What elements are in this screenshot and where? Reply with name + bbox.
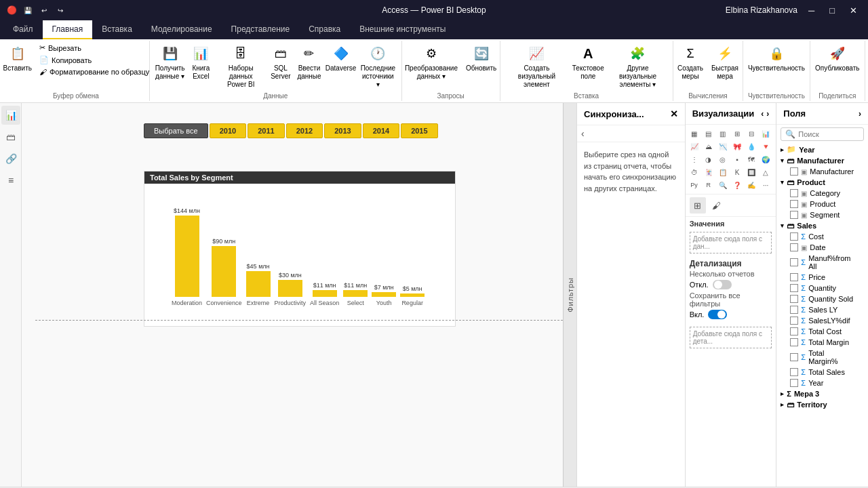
fields-item-sales-ly[interactable]: Σ Sales LY [776, 304, 868, 315]
refresh-button[interactable]: 🔄 Обновить [462, 42, 500, 75]
viz-shape[interactable]: △ [760, 166, 772, 178]
viz-scatter[interactable]: ⋮ [688, 153, 701, 165]
maximize-button[interactable]: □ [825, 4, 839, 17]
tab-view[interactable]: Представление [222, 20, 300, 39]
viz-table[interactable]: ⊞ [731, 127, 743, 140]
viz-kpi[interactable]: K [731, 166, 743, 178]
fields-item-quantity[interactable]: Σ Quantity [776, 283, 868, 293]
dax-icon[interactable]: ≡ [1, 171, 20, 190]
viz-pie[interactable]: ◑ [703, 153, 715, 165]
viz-r[interactable]: R [703, 179, 715, 191]
field-checkbox[interactable] [790, 211, 798, 219]
year-2012-button[interactable]: 2012 [286, 123, 323, 138]
excel-button[interactable]: 📊 КнигаExcel [187, 42, 214, 83]
paste-button[interactable]: 📋 Вставить [0, 42, 35, 75]
sync-panel-back-icon[interactable]: ‹ [581, 128, 585, 139]
fields-item-total-cost[interactable]: Σ Total Cost [776, 326, 868, 337]
fields-group-product[interactable]: ▾ 🗃 Product [776, 177, 868, 188]
field-checkbox[interactable] [790, 232, 798, 241]
viz-multirow-card[interactable]: 📋 [717, 166, 729, 178]
other-visuals-button[interactable]: 🧩 Другие визуальныеэлементы ▾ [607, 42, 668, 91]
fields-item-cost[interactable]: Σ Cost [776, 231, 868, 242]
field-checkbox[interactable] [790, 353, 798, 361]
fields-item-total-margin[interactable]: Σ Total Margin [776, 337, 868, 348]
viz-funnel[interactable]: 🔻 [760, 140, 772, 152]
field-checkbox[interactable] [790, 258, 798, 266]
bar[interactable] [175, 216, 199, 297]
quick-measure-button[interactable]: ⚡ Быстраямера [708, 42, 742, 83]
publish-button[interactable]: 🚀 Опубликовать [812, 42, 863, 75]
field-checkbox[interactable] [790, 284, 798, 292]
viz-panel-forward-icon[interactable]: › [766, 109, 769, 119]
get-data-button[interactable]: 💾 Получитьданные ▾ [154, 42, 186, 83]
transform-button[interactable]: ⚙ Преобразованиеданных ▾ [401, 42, 461, 83]
field-checkbox[interactable] [790, 167, 798, 176]
format-painter-button[interactable]: 🖌 Форматирование по образцу [37, 66, 152, 77]
fields-group-territory[interactable]: ▸ 🗃 Territory [776, 399, 868, 410]
create-measure-button[interactable]: Σ Создатьмеры [674, 42, 707, 83]
recent-sources-button[interactable]: 🕐 Последниеисточники ▾ [359, 42, 397, 91]
create-visual-button[interactable]: 📈 Создать визуальныйэлемент [505, 42, 570, 91]
year-2013-button[interactable]: 2013 [324, 123, 361, 138]
bar[interactable] [372, 292, 396, 297]
sync-panel-close-icon[interactable]: ✕ [670, 108, 678, 119]
fields-item-year[interactable]: Σ Year [776, 378, 868, 388]
sensitivity-button[interactable]: 🔒 Чувствительность [745, 42, 808, 75]
report-view-icon[interactable]: 📊 [1, 106, 20, 125]
bar[interactable] [278, 280, 302, 297]
viz-smart-narrative[interactable]: ✍ [745, 179, 757, 191]
year-2015-button[interactable]: 2015 [401, 123, 437, 138]
viz-clustered-bar[interactable]: ▤ [703, 127, 715, 140]
viz-filled-map[interactable]: 🌍 [760, 153, 772, 165]
redo-icon[interactable]: ↪ [55, 5, 66, 16]
viz-ribbon[interactable]: 🎀 [731, 140, 743, 152]
field-checkbox[interactable] [790, 243, 798, 251]
viz-100pct-bar[interactable]: ▥ [717, 127, 729, 140]
build-visual-tab[interactable]: ⊞ [690, 197, 706, 214]
search-input[interactable] [798, 130, 859, 138]
field-checkbox[interactable] [790, 189, 798, 197]
fields-item-manuf-from-all[interactable]: Σ Manuf%from All [776, 253, 868, 272]
viz-gauge[interactable]: ⏱ [688, 166, 701, 178]
fields-item-segment[interactable]: ▣ Segment [776, 209, 868, 220]
viz-donut[interactable]: ◎ [717, 153, 729, 165]
tab-insert[interactable]: Вставка [92, 20, 142, 39]
year-2010-button[interactable]: 2010 [210, 123, 246, 138]
fields-group-sales[interactable]: ▾ 🗃 Sales [776, 220, 868, 231]
viz-line[interactable]: 📈 [688, 140, 701, 152]
copy-button[interactable]: 📄 Копировать [37, 54, 152, 66]
field-checkbox[interactable] [790, 295, 798, 303]
fields-item-salesly-dif[interactable]: Σ SalesLY%dif [776, 315, 868, 326]
filter-strip[interactable]: Фильтры [563, 103, 576, 487]
viz-ai-qna[interactable]: ❓ [731, 179, 743, 191]
viz-waterfall[interactable]: 💧 [745, 140, 757, 152]
fields-item-quantity-sold[interactable]: Σ Quantity Sold [776, 293, 868, 304]
viz-stacked-bar[interactable]: ▦ [688, 127, 701, 140]
fields-panel-expand-icon[interactable]: › [859, 109, 861, 119]
viz-python[interactable]: Py [688, 179, 701, 191]
viz-more[interactable]: ··· [760, 179, 772, 191]
fields-group-мера-3[interactable]: ▸ Σ Мера 3 [776, 388, 868, 399]
fields-item-manufacturer[interactable]: ▣ Manufacturer [776, 166, 868, 177]
viz-column[interactable]: 📊 [760, 127, 772, 140]
fields-item-product[interactable]: ▣ Product [776, 199, 868, 209]
tab-external[interactable]: Внешние инструменты [350, 20, 455, 39]
field-checkbox[interactable] [790, 368, 798, 376]
viz-area[interactable]: ⛰ [703, 140, 715, 152]
fields-item-total-margin-[interactable]: Σ Total Margin% [776, 348, 868, 367]
viz-treemap[interactable]: ▪ [731, 153, 743, 165]
bar[interactable] [246, 271, 271, 297]
enter-data-button[interactable]: ✏ Ввестиданные [296, 42, 323, 83]
field-checkbox[interactable] [790, 200, 798, 208]
viz-slicer[interactable]: 🔲 [745, 166, 757, 178]
filters-dropzone[interactable]: Добавьте сюда поля с дета... [690, 327, 772, 348]
fields-group-year[interactable]: ▸ 📁 Year [776, 144, 868, 155]
fields-item-date[interactable]: ▣ Date [776, 242, 868, 253]
save-icon[interactable]: 💾 [22, 5, 33, 16]
data-view-icon[interactable]: 🗃 [1, 127, 20, 146]
toggle-off-control[interactable] [713, 280, 732, 289]
field-checkbox[interactable] [790, 327, 798, 336]
fields-item-total-sales[interactable]: Σ Total Sales [776, 367, 868, 378]
viz-line-clustered[interactable]: 📉 [717, 140, 729, 152]
fields-group-manufacturer[interactable]: ▾ 🗃 Manufacturer [776, 155, 868, 166]
